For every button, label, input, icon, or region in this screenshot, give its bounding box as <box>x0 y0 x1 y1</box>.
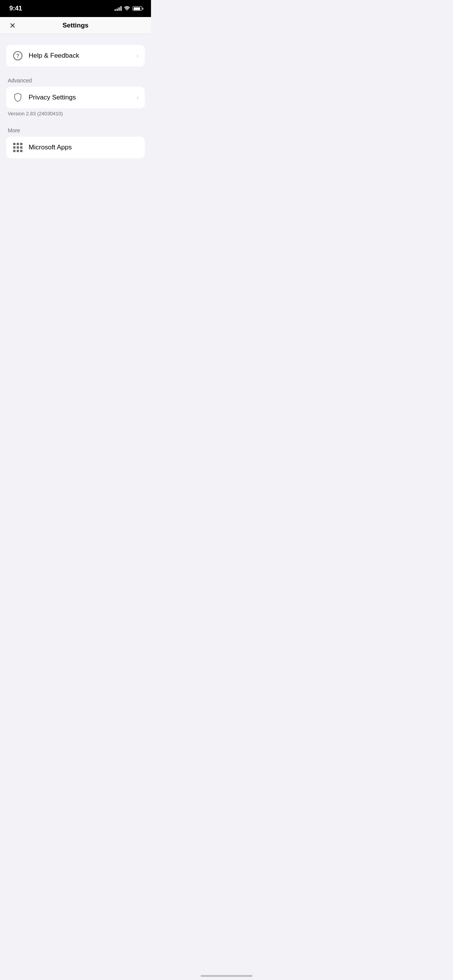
more-section-header: More <box>0 127 151 134</box>
question-circle-icon: ? <box>12 50 23 61</box>
status-time: 9:41 <box>9 5 22 12</box>
status-icons <box>115 6 143 12</box>
version-text: Version 2.83 (24030410) <box>0 108 151 117</box>
privacy-settings-label: Privacy Settings <box>29 94 137 101</box>
help-feedback-item[interactable]: ? Help & Feedback › <box>6 45 145 67</box>
signal-bar-3 <box>118 7 120 11</box>
chevron-right-icon: › <box>137 94 139 101</box>
scroll-content: ? Help & Feedback › Advanced Privacy Set… <box>0 34 151 314</box>
microsoft-apps-label: Microsoft Apps <box>29 144 139 151</box>
svg-point-0 <box>127 10 127 10</box>
signal-bar-2 <box>117 9 118 11</box>
shield-icon <box>12 92 23 103</box>
help-feedback-label: Help & Feedback <box>29 52 137 60</box>
grid-icon <box>12 142 23 153</box>
chevron-right-icon: › <box>137 52 139 59</box>
advanced-section-header: Advanced <box>0 77 151 84</box>
navigation-bar: ✕ Settings <box>0 17 151 34</box>
more-list-card: Microsoft Apps <box>6 137 145 158</box>
signal-bar-1 <box>115 9 116 11</box>
settings-content: ? Help & Feedback › Advanced Privacy Set… <box>0 34 151 180</box>
signal-bars-icon <box>115 6 122 11</box>
more-section: More <box>0 127 151 158</box>
help-list-card: ? Help & Feedback › <box>6 45 145 67</box>
help-section: ? Help & Feedback › <box>0 45 151 67</box>
battery-icon <box>132 6 143 11</box>
microsoft-apps-item[interactable]: Microsoft Apps <box>6 137 145 158</box>
advanced-list-card: Privacy Settings › <box>6 87 145 108</box>
signal-bar-4 <box>120 6 122 11</box>
advanced-section: Advanced Privacy Settings › Version 2.83… <box>0 77 151 117</box>
page-title: Settings <box>62 22 88 29</box>
status-bar: 9:41 <box>0 0 151 17</box>
privacy-settings-item[interactable]: Privacy Settings › <box>6 87 145 108</box>
close-button[interactable]: ✕ <box>6 19 19 32</box>
wifi-icon <box>124 5 130 12</box>
